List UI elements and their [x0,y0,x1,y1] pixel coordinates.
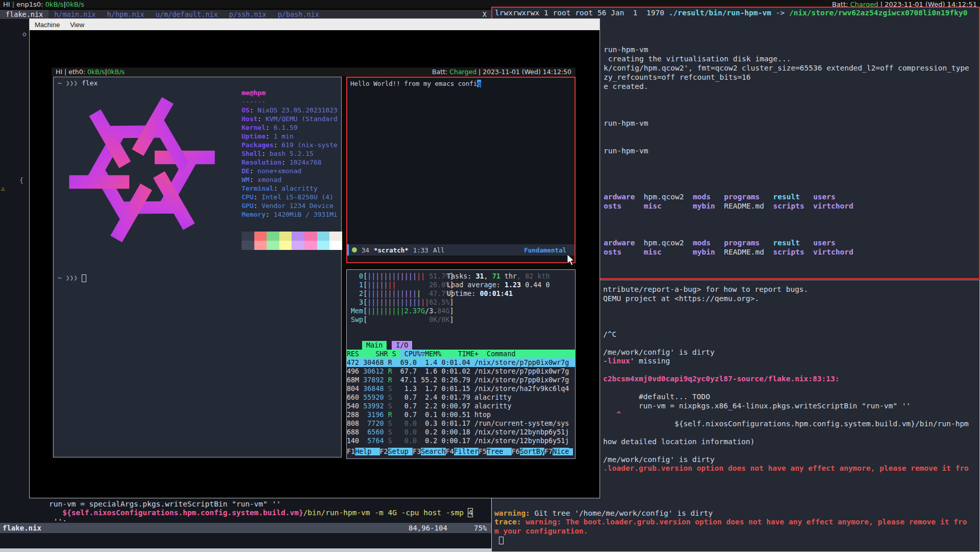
terminal-line: run-hpm-vm [604,119,979,128]
process-row[interactable]: 540 53992 S 0.7 2.2 0:00.97 alacritty [347,402,575,410]
terminal-line: warning: Git tree '/home/me/work/config'… [494,509,979,518]
htop-tab-io[interactable]: I/O [392,341,412,350]
vm-battery-clock: Batt: Charged | 2023-11-01 (Wed) 14:12:5… [432,68,571,76]
process-row[interactable]: 496 30612 R 67.7 1.6 0:01.02 /nix/store/… [347,367,575,376]
tab-flake.nix[interactable]: flake.nix [0,10,49,19]
palette-swatch [242,232,254,241]
terminal-line: zy_refcounts=off refcount_bits=16 [604,73,979,82]
palette-swatch [304,232,317,241]
htop-fkey-f2[interactable]: F2Setup [380,448,413,455]
bottom-window-edge [0,548,491,552]
terminal-line: Uptime: 00:01:41 [447,289,550,298]
neofetch-line: CPU: Intel i5-8250U (4) [242,193,338,201]
terminal-line: QEMU project at <https://qemu.org>. [603,294,979,304]
terminal-cursor [499,537,504,544]
htop-fkey-f4[interactable]: F4Filter [446,448,479,455]
mouse-cursor-icon [566,254,576,266]
htop-fkey-f5[interactable]: F5Tree [479,448,512,455]
modeline-position: 1:33 [413,246,428,254]
palette-swatch [279,232,292,241]
vm-network-status: HI | eth0: 0kB/s|0kB/s [56,68,125,76]
terminal-line: lrwxrwxrwx 1 root root 56 Jan 1 1970 ./r… [495,8,979,17]
qemu-window[interactable]: MachineView HI | eth0: 0kB/s|0kB/s Batt:… [29,18,600,498]
htop-fkey-f3[interactable]: F3Search [413,448,446,455]
terminal-line: ^ [603,410,979,420]
vm-screen[interactable]: HI | eth0: 0kB/s|0kB/s Batt: Charged | 2… [52,67,576,459]
terminal-line: 1[||||||| 26.0%] [351,281,454,289]
htop-tab-main[interactable]: Main [362,341,387,350]
process-row[interactable]: 660 55920 S 0.7 2.4 0:01.79 alacritty [347,393,575,402]
vm-status-bar: HI | eth0: 0kB/s|0kB/s Batt: Charged | 2… [52,67,576,76]
vm-terminal-window[interactable]: ~ ❯❯❯ flex me@hpm------OS: NixOS 23.05.2… [53,77,342,457]
emacs-modeline: flake.nix 84,96-104 75% [0,523,491,533]
vm-htop-window[interactable]: 0[|||||||||||||| 51.7%] 1[||||||| 26.0%]… [346,269,576,459]
htop-cpu-meters: 0[|||||||||||||| 51.7%] 1[||||||| 26.0%]… [351,272,454,324]
modeline-scroll: All [433,246,445,254]
terminal-line: how detailed location information) [603,438,979,447]
terminal-line: /^C [603,330,979,339]
terminal-line: Mem[|||||||||2.37G/3.84G] [351,307,454,315]
terminal-line: run-hpm-vm [604,45,979,54]
neofetch-line: Shell: bash 5.2.15 [242,149,338,158]
palette-swatch [242,241,254,250]
process-row[interactable]: 688 6560 S 0.0 0.2 0:00.18 /nix/store/12… [347,428,575,436]
terminal-line: Load average: 1.23 0.44 0 [447,281,550,289]
shell-prompt: ~ ❯❯❯ flex [58,79,98,87]
vm-emacs-window[interactable]: Hello World!! from my emacs config 34 *s… [346,77,576,263]
terminal-line: 0[|||||||||||||| 51.7%] [351,272,454,281]
tab-p/bash.nix[interactable]: p/bash.nix [272,10,325,19]
terminal-line: 3[|||||||||||||||62.5%] [351,298,454,307]
tab-u/m/default.nix[interactable]: u/m/default.nix [150,10,224,19]
neofetch-line: Terminal: alacritty [242,184,338,193]
flake-nix-code[interactable]: run-vm = specialArgs.pkgs.writeScriptBin… [0,500,491,526]
emacs-cursor: g [477,80,481,87]
warning-fringe-icon: ⚠ [1,185,5,192]
neofetch-line: me@hpm [242,88,338,97]
terminal-line: 2[||||||||||||| 47.7%] [351,289,454,298]
palette-swatch [279,241,292,250]
process-row[interactable]: 68M 37892 R 47.1 55.2 0:26.79 /nix/store… [347,376,575,384]
menu-view[interactable]: View [65,20,89,30]
process-row[interactable]: 808 7720 S 0.0 0.3 0:01.17 /run/current-… [347,419,575,428]
palette-swatch [317,241,330,250]
process-row[interactable]: 288 3196 R 0.7 0.1 0:00.51 htop [347,410,575,419]
terminal-line [494,500,979,509]
htop-fkey-f1[interactable]: F1Help [347,448,380,455]
terminal-line: osts misc mybin README.md scripts virtch… [604,247,979,257]
terminal-line [494,536,979,545]
htop-fkey-f7[interactable]: F7Nice [544,448,569,455]
neofetch-line: Packages: 619 (nix-syste [242,141,338,149]
tab-p/ssh.nix[interactable]: p/ssh.nix [224,10,272,19]
modified-indicator-icon [352,247,357,252]
htop-process-list: 472 30468 R 69.0 1.4 0:01.04 /nix/store/… [347,358,575,445]
terminal-line: k/config/hpm.qcow2', fmt=qcow2 cluster_s… [604,63,979,73]
palette-swatch [329,232,342,241]
terminal-line: Swp[ 0K/0K] [351,315,454,324]
htop-fkey-f6[interactable]: F6SortBy [512,448,545,455]
terminal-line: ${self.nixosConfigurations.hpm.config.sy… [0,509,491,517]
tab-h/main.nix[interactable]: h/main.nix [49,10,101,19]
vm-emacs-modeline: 34 *scratch* 1:33 All Fundamental [347,244,575,256]
palette-swatch [304,241,317,250]
terminal-line: run-vm = specialArgs.pkgs.writeScriptBin… [0,500,491,509]
tab-close-icon[interactable]: X [478,10,491,18]
htop-table-header[interactable]: RES SHR S CPU%▽MEM% TIME+ Command [347,350,575,358]
modeline-filename: flake.nix [0,524,41,532]
menu-machine[interactable]: Machine [30,20,65,30]
neofetch-line: Uptime: 1 min [242,132,338,141]
process-row[interactable]: 140 5764 S 0.0 0.2 0:00.17 /nix/store/12… [347,436,575,445]
modeline-line-number: 34 [362,246,369,254]
shell-prompt: ~ ❯❯❯ [58,274,86,282]
terminal-line: m your configuration. [494,527,979,536]
tab-h/hpm.nix[interactable]: h/hpm.nix [101,10,150,19]
process-row[interactable]: 472 30468 R 69.0 1.4 0:01.04 /nix/store/… [347,358,575,367]
terminal-cursor [82,274,86,282]
terminal-line: run-vm = nixpkgs.x86_64-linux.pkgs.write… [603,402,979,411]
neofetch-line: Kernel: 6.1.59 [242,123,338,132]
terminal-line: creating the virtualisation disk image..… [604,54,979,63]
terminal-line: e created. [604,82,979,91]
process-row[interactable]: 804 36848 S 1.3 1.7 0:01.15 /nix/store/h… [347,384,575,393]
neofetch-line: DE: none+xmonad [242,167,338,175]
terminal-cursor [569,448,573,455]
terminal-line: -linux' missing [603,357,979,366]
